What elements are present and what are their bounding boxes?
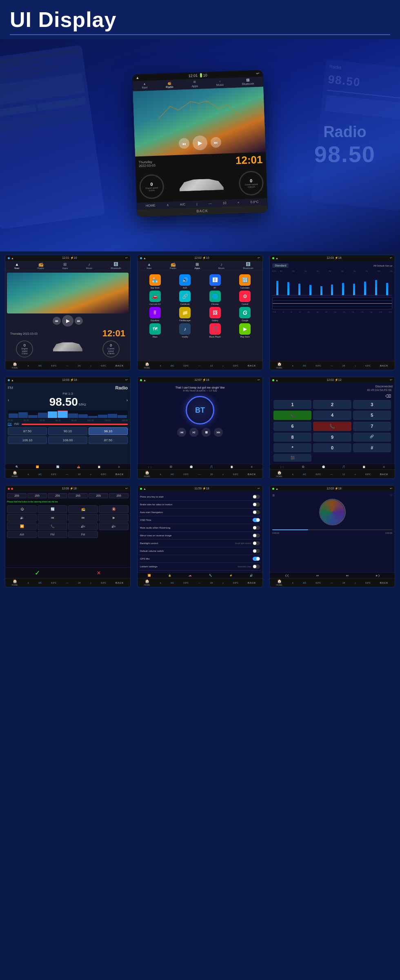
key-hangup[interactable]: 📞: [313, 422, 351, 431]
apps-home-btn[interactable]: 🏠HOME: [144, 362, 150, 369]
apps-nav-apps[interactable]: ⊞Apps: [194, 262, 200, 269]
phone-home-btn[interactable]: 🏠HOME: [276, 471, 282, 478]
hero-nav-navi[interactable]: ▲ Navi: [142, 82, 148, 89]
music-heart-icon[interactable]: ♡: [390, 494, 392, 497]
bt-home-btn[interactable]: 🏠HOME: [144, 471, 150, 478]
home-nav-navi[interactable]: ▲Navi: [14, 262, 19, 269]
control-icon[interactable]: ⚙ Control: [231, 291, 260, 305]
home-nav-bt[interactable]: 🅱Bluetooth: [111, 262, 121, 269]
bt-clock-icon[interactable]: 🕐: [190, 465, 193, 468]
music-ff-icon[interactable]: ▶❯: [376, 574, 380, 577]
radio-signal-icon[interactable]: 📶: [36, 465, 39, 468]
toggle-lantern[interactable]: [253, 564, 260, 569]
filemanager-icon[interactable]: 📁 FileManager: [171, 307, 200, 322]
key-4[interactable]: 4: [313, 411, 351, 420]
steer-power-btn[interactable]: ⏻: [7, 505, 37, 513]
radio-loop-icon[interactable]: 🔄: [56, 465, 59, 468]
home-home-btn[interactable]: 🏠 HOME: [12, 362, 18, 369]
preset-1[interactable]: 87.50: [8, 427, 47, 435]
key-link[interactable]: 🔗: [353, 433, 391, 442]
preset-6[interactable]: 87.50: [89, 436, 128, 444]
music-prev-icon[interactable]: ⏮: [316, 574, 319, 577]
toggle-press-key[interactable]: [253, 495, 260, 499]
key-1[interactable]: 1: [273, 400, 311, 409]
steer-phone-btn[interactable]: 📞: [38, 522, 67, 530]
toggle-backlight[interactable]: [253, 541, 260, 545]
steer-am-btn[interactable]: FM: [38, 531, 67, 538]
home-nav-apps[interactable]: ⊞Apps: [62, 262, 68, 269]
steer-vol-up-k-btn[interactable]: 🔊K: [68, 522, 98, 530]
settings-lock-icon[interactable]: 🔒: [168, 574, 171, 577]
key-hash[interactable]: #: [353, 443, 391, 452]
chrome-icon[interactable]: 🌐 Chrome: [201, 291, 229, 305]
prev-btn[interactable]: ⏮: [179, 138, 190, 149]
steer-mute-btn[interactable]: 🔇: [99, 505, 129, 513]
settings-power-icon[interactable]: ⚡: [229, 574, 232, 577]
home-next[interactable]: ⏭: [75, 317, 83, 325]
steer-fm-btn[interactable]: FM: [68, 531, 98, 538]
radio-search-icon[interactable]: 🔍: [16, 465, 18, 468]
steer-prev-btn[interactable]: ⏮: [38, 514, 67, 522]
moziky-icon[interactable]: ♪ moziky: [171, 323, 200, 338]
bt-list-icon[interactable]: 📋: [230, 465, 233, 468]
key-0[interactable]: 0: [313, 443, 351, 452]
bt-grid-icon[interactable]: ⋮⋮: [147, 465, 152, 468]
key-star[interactable]: *: [273, 443, 311, 452]
steer-vol-down-btn[interactable]: 🔉: [7, 514, 37, 522]
eq-home-btn[interactable]: 🏠HOME: [276, 362, 282, 369]
settings-speaker-icon[interactable]: 🔊: [250, 574, 253, 577]
eq-back-label[interactable]: BACK: [380, 364, 388, 367]
steering-cancel-icon[interactable]: ×: [97, 569, 100, 577]
steering-home-btn[interactable]: 🏠HOME: [12, 579, 18, 586]
music-back-label[interactable]: BACK: [380, 582, 388, 584]
home-nav-music[interactable]: ♪Music: [86, 262, 93, 269]
settings-wrench-icon[interactable]: 🔧: [209, 574, 212, 577]
phone-settings-icon[interactable]: ⚙: [383, 465, 385, 468]
preset-3[interactable]: 98.10: [89, 427, 128, 435]
music-next-icon[interactable]: ⏭: [346, 574, 349, 577]
toggle-auto-nav[interactable]: [253, 510, 260, 514]
carbitlink-icon[interactable]: 🔗 CarbitLink: [171, 291, 200, 305]
toggle-gps-mix[interactable]: [253, 557, 260, 561]
phone-music-icon[interactable]: 🎵: [342, 465, 345, 468]
home-ac-btn[interactable]: A/C: [38, 364, 42, 367]
music-player-icon[interactable]: 🎵 Music Player: [201, 323, 229, 338]
preset-5[interactable]: 108.00: [48, 436, 87, 444]
settings-car-icon[interactable]: 🚗: [189, 574, 191, 577]
aux-icon[interactable]: 🔊 AUX: [171, 274, 200, 289]
apps-nav-navi[interactable]: ▲Navi: [147, 262, 151, 269]
settings-home-btn[interactable]: 🏠HOME: [144, 579, 150, 586]
toggle-default-vol[interactable]: [253, 549, 260, 553]
apps-nav-music[interactable]: ♪Music: [218, 262, 225, 269]
hero-nav-music[interactable]: ♪ Music: [216, 79, 224, 87]
radio-home-btn[interactable]: 🏠HOME: [12, 471, 18, 478]
home-back-label[interactable]: BACK: [116, 364, 124, 367]
key-3[interactable]: 3: [353, 400, 391, 409]
steer-reset-btn[interactable]: 🔄: [38, 505, 67, 513]
radio-list-icon[interactable]: 📋: [98, 465, 100, 468]
bt-photo-icon[interactable]: 🖼: [170, 466, 172, 468]
key-5[interactable]: 5: [353, 411, 391, 420]
phone-back-label[interactable]: BACK: [380, 473, 388, 476]
toggle-mute-audio[interactable]: [253, 526, 260, 530]
calculator-icon[interactable]: 🔢 Calculator: [231, 274, 260, 289]
hero-nav-apps[interactable]: ⊞ Apps: [191, 80, 198, 88]
equalizer-icon[interactable]: 🎚 Equalizer: [141, 307, 169, 322]
settings-back-label[interactable]: BACK: [248, 582, 256, 584]
music-rewind-icon[interactable]: ❮❮: [285, 574, 289, 577]
steer-play-btn[interactable]: ▶: [99, 514, 129, 522]
preset-4[interactable]: 106.10: [8, 436, 47, 444]
steering-back-label[interactable]: BACK: [116, 582, 124, 584]
key-extra[interactable]: ⬛: [273, 454, 311, 462]
phone-list-icon[interactable]: 📋: [362, 465, 365, 468]
hero-nav-radio[interactable]: 📻 Radio: [166, 81, 173, 89]
radio-nav-prev[interactable]: ‹: [8, 398, 9, 402]
hero-ac-label[interactable]: A/C: [180, 202, 186, 206]
bt-prev-btn[interactable]: ⏮: [177, 428, 186, 437]
toggle-mirror-view[interactable]: [253, 533, 260, 538]
bt-icon[interactable]: 🅱 BT: [201, 274, 229, 289]
key-6[interactable]: 6: [273, 422, 311, 431]
steering-confirm-icon[interactable]: ✓: [35, 569, 40, 577]
bt-next-btn[interactable]: ⏭: [214, 428, 223, 437]
settings-wifi-icon[interactable]: 📶: [148, 574, 151, 577]
